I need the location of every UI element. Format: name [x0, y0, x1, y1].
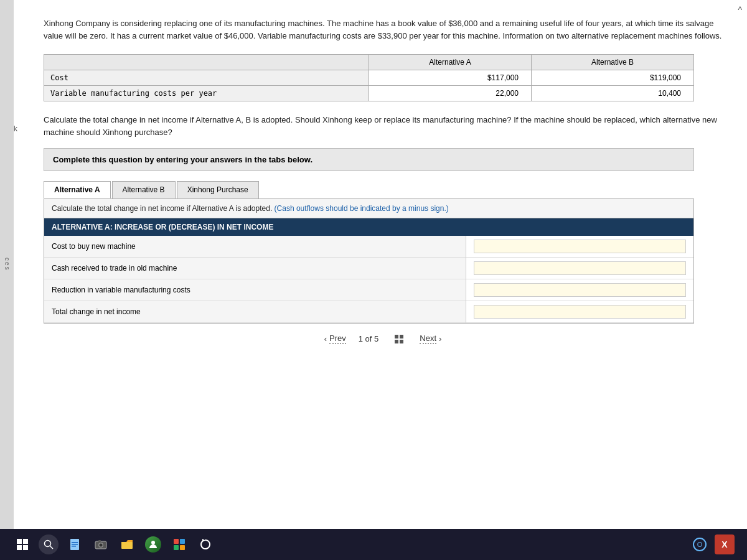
ni-row-input-0[interactable] [474, 240, 686, 253]
prev-arrow: ‹ [324, 334, 327, 343]
svg-rect-3 [72, 542, 78, 543]
x-icon: X [721, 539, 727, 549]
svg-rect-9 [98, 540, 101, 542]
svg-line-1 [50, 546, 54, 549]
svg-point-11 [151, 541, 155, 544]
taskbar-file-button[interactable] [65, 534, 85, 554]
windows-start-button[interactable] [12, 534, 32, 554]
ni-row-input-cell [466, 279, 693, 301]
page-total: 5 [374, 334, 378, 343]
taskbar: O X [0, 529, 747, 560]
ni-row-label: Reduction in variable manufacturing cost… [44, 279, 466, 301]
comparison-row: Cost $117,000 $119,000 [44, 70, 694, 86]
table-header-alt-b: Alternative B [532, 55, 694, 70]
intro-paragraph: Xinhong Company is considering replacing… [44, 17, 722, 42]
ni-row-input-cell [466, 258, 693, 279]
tabs-container: Alternative A Alternative B Xinhong Purc… [44, 181, 722, 198]
search-icon [44, 539, 54, 549]
taskbar-camera-button[interactable] [91, 534, 111, 554]
question-text: Calculate the total change in net income… [44, 114, 722, 138]
ni-row-input-3[interactable] [474, 305, 686, 319]
row-label: Cost [44, 70, 369, 86]
svg-rect-15 [180, 545, 185, 550]
page-of: of [365, 334, 374, 343]
svg-rect-5 [72, 546, 76, 547]
taskbar-tiles-button[interactable] [169, 534, 189, 554]
instruction-text: Calculate the total change in net income… [52, 204, 272, 213]
ni-table: Cost to buy new machine Cash received to… [44, 236, 693, 323]
section-instruction: Calculate the total change in net income… [44, 199, 693, 218]
svg-rect-13 [180, 539, 185, 544]
comparison-row: Variable manufacturing costs per year 22… [44, 86, 694, 101]
tab-alternative-b[interactable]: Alternative B [112, 181, 176, 198]
scroll-up-indicator[interactable]: ^ [738, 5, 742, 15]
page-current: 1 [359, 334, 363, 343]
row-label: Variable manufacturing costs per year [44, 86, 369, 101]
ni-table-row: Cost to buy new machine [44, 236, 693, 258]
prev-label[interactable]: Prev [329, 334, 346, 344]
taskbar-x-button[interactable]: X [715, 534, 735, 554]
svg-rect-4 [72, 544, 78, 545]
comparison-table: Alternative A Alternative B Cost $117,00… [44, 54, 694, 101]
navigation-bar: ‹ Prev 1 of 5 Next › [44, 324, 722, 352]
complete-instruction-box: Complete this question by entering your … [44, 148, 694, 171]
next-button[interactable]: Next › [420, 334, 441, 344]
tiles-icon [173, 538, 186, 551]
svg-point-0 [45, 541, 51, 547]
ni-row-input-cell [466, 236, 693, 258]
taskbar-avatar-button[interactable] [143, 534, 163, 554]
ni-row-label: Cash received to trade in old machine [44, 258, 466, 279]
avatar-icon [145, 536, 161, 553]
camera-icon [94, 538, 108, 551]
refresh-icon [199, 538, 212, 551]
taskbar-circle-button[interactable]: O [690, 534, 710, 554]
table-header-empty [44, 55, 369, 70]
ni-row-input-2[interactable] [474, 283, 686, 297]
prev-button[interactable]: ‹ Prev [324, 334, 346, 344]
taskbar-refresh-button[interactable] [195, 534, 215, 554]
ni-row-input-cell [466, 301, 693, 323]
file-icon [68, 538, 82, 551]
svg-marker-16 [202, 539, 205, 542]
svg-rect-14 [174, 545, 179, 550]
svg-point-8 [100, 544, 103, 547]
tab-xinhong-purchase[interactable]: Xinhong Purchase [177, 181, 259, 198]
svg-rect-10 [121, 542, 133, 549]
net-income-section: ALTERNATIVE A: INCREASE OR (DECREASE) IN… [44, 218, 693, 323]
next-arrow: › [439, 334, 441, 343]
svg-rect-12 [174, 539, 179, 544]
ni-row-label: Total change in net income [44, 301, 466, 323]
taskbar-search-button[interactable] [39, 534, 59, 554]
grid-view-icon[interactable] [395, 335, 403, 343]
page-info: 1 of 5 [359, 334, 379, 343]
k-label: k [14, 124, 17, 133]
instruction-highlight: (Cash outflows should be indicated by a … [275, 204, 449, 213]
table-header-alt-a: Alternative A [369, 55, 532, 70]
ni-header: ALTERNATIVE A: INCREASE OR (DECREASE) IN… [44, 218, 693, 236]
sidebar-bar: ces [0, 0, 14, 529]
taskbar-right-area: O X [690, 534, 735, 554]
row-alt-b: $119,000 [532, 70, 694, 86]
circle-icon: O [693, 538, 707, 551]
folder-icon [120, 538, 134, 551]
complete-instruction-text: Complete this question by entering your … [53, 155, 312, 164]
ni-table-row: Total change in net income [44, 301, 693, 323]
row-alt-a: 22,000 [369, 86, 532, 101]
windows-logo-icon [17, 539, 28, 550]
ni-row-input-1[interactable] [474, 261, 686, 275]
row-alt-b: 10,400 [532, 86, 694, 101]
ni-row-label: Cost to buy new machine [44, 236, 466, 258]
ni-table-row: Reduction in variable manufacturing cost… [44, 279, 693, 301]
sidebar-label: ces [4, 258, 11, 271]
next-label[interactable]: Next [420, 334, 436, 344]
main-content: ces k Xinhong Company is considering rep… [0, 0, 747, 529]
tab-alternative-a[interactable]: Alternative A [44, 181, 111, 198]
row-alt-a: $117,000 [369, 70, 532, 86]
section-container: Calculate the total change in net income… [44, 198, 694, 324]
taskbar-folder-button[interactable] [117, 534, 137, 554]
ni-table-row: Cash received to trade in old machine [44, 258, 693, 279]
